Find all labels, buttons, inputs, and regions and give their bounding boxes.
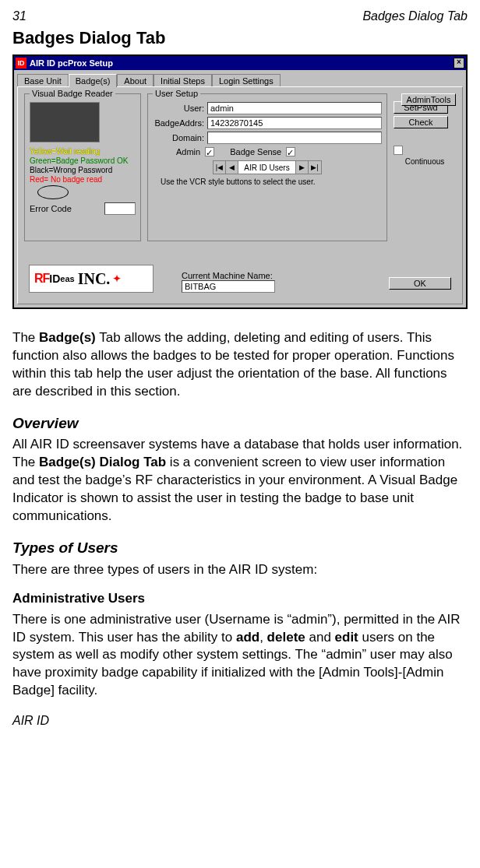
- continuous-label: Continuous: [394, 157, 456, 166]
- logo-id-text: ID: [49, 272, 60, 285]
- user-label: User:: [153, 104, 207, 113]
- tab-base-unit[interactable]: Base Unit: [17, 74, 69, 87]
- admintools-button[interactable]: AdminTools: [401, 93, 456, 106]
- overview-bold: Badge(s) Dialog Tab: [39, 455, 166, 469]
- body-text: The Badge(s) Tab allows the adding, dele…: [12, 329, 468, 700]
- admin-checkbox[interactable]: ✓: [205, 147, 214, 156]
- vcr-first-icon[interactable]: |◀: [214, 161, 226, 174]
- badge-addrs-field[interactable]: 14232870145: [207, 117, 382, 129]
- badge-sense-label: Badge Sense: [230, 147, 281, 156]
- status-yellow: Yellow=Wait reading: [30, 147, 136, 156]
- admin-b3: edit: [335, 630, 358, 645]
- footer: AIR ID: [12, 714, 468, 728]
- types-heading: Types of Users: [12, 538, 468, 558]
- vcr-next-icon[interactable]: ▶: [296, 161, 309, 174]
- admin-b2: delete: [267, 630, 305, 645]
- page-number: 31: [12, 9, 26, 23]
- status-red: Red= No badge read: [30, 175, 136, 184]
- user-field[interactable]: admin: [207, 102, 382, 114]
- visual-badge-reader-group: Visual Badge Reader Yellow=Wait reading …: [24, 93, 141, 241]
- check-button[interactable]: Check: [394, 116, 448, 128]
- admin-mid1: ,: [259, 630, 266, 645]
- window-title: AIR ID pcProx Setup: [30, 58, 454, 68]
- intro-bold: Badge(s): [39, 330, 96, 345]
- vcr-prev-icon[interactable]: ◀: [226, 161, 238, 174]
- ok-button[interactable]: OK: [389, 277, 451, 290]
- user-setup-legend: User Setup: [153, 89, 200, 98]
- badge-addrs-label: BadgeAddrs:: [153, 118, 207, 128]
- close-icon[interactable]: ×: [454, 58, 464, 69]
- intro-pre: The: [12, 330, 39, 345]
- error-code-field[interactable]: [104, 202, 136, 215]
- domain-field[interactable]: [207, 132, 382, 144]
- error-code-label: Error Code: [30, 204, 104, 213]
- app-window: ID AIR ID pcProx Setup × Base Unit Badge…: [12, 54, 468, 309]
- admin-b1: add: [236, 630, 259, 645]
- status-black: Black=Wrong Password: [30, 166, 136, 174]
- machine-name-label: Current Machine Name:: [182, 271, 275, 280]
- app-icon: ID: [16, 58, 26, 69]
- titlebar: ID AIR ID pcProx Setup ×: [14, 56, 466, 70]
- logo-inc-text: INC.: [78, 270, 111, 288]
- admin-mid2: and: [305, 630, 335, 645]
- rfideas-logo: RFIDeas INC. ✦: [29, 265, 154, 293]
- tab-badges[interactable]: Badge(s): [69, 74, 118, 87]
- vcr-navigator: |◀ ◀ AIR ID Users ▶ ▶|: [213, 160, 322, 174]
- domain-label: Domain:: [153, 133, 207, 142]
- vcr-hint: Use the VCR style buttons to select the …: [153, 176, 382, 188]
- tab-about[interactable]: About: [117, 74, 154, 87]
- right-button-column: SetPswd Check Continuous: [394, 93, 456, 241]
- admin-users-heading: Administrative Users: [12, 590, 468, 608]
- vcr-text: AIR ID Users: [238, 161, 296, 174]
- logo-flag-icon: ✦: [113, 273, 121, 284]
- types-paragraph: There are three types of users in the AI…: [12, 561, 468, 579]
- tab-strip: Base Unit Badge(s) About Initial Steps L…: [14, 70, 466, 86]
- continuous-checkbox[interactable]: [394, 146, 403, 155]
- visual-badge-reader-legend: Visual Badge Reader: [30, 89, 115, 98]
- user-setup-group: User Setup User: admin BadgeAddrs: 14232…: [147, 93, 387, 241]
- badge-sense-checkbox[interactable]: ✓: [286, 147, 295, 156]
- machine-name-field[interactable]: BITBAG: [182, 280, 275, 293]
- overview-heading: Overview: [12, 413, 468, 434]
- tab-initial-steps[interactable]: Initial Steps: [154, 74, 212, 87]
- tab-panel: Visual Badge Reader Yellow=Wait reading …: [17, 86, 463, 304]
- status-green: Green=Badge Password OK: [30, 156, 136, 165]
- badge-preview: [30, 102, 100, 142]
- running-title: Badges Dialog Tab: [362, 9, 468, 23]
- tab-login-settings[interactable]: Login Settings: [212, 74, 281, 87]
- vcr-last-icon[interactable]: ▶|: [309, 161, 321, 174]
- page-title: Badges Dialog Tab: [12, 28, 468, 48]
- logo-rf-text: RF: [34, 272, 49, 286]
- admin-label: Admin: [176, 147, 200, 156]
- logo-eas-text: eas: [60, 274, 74, 283]
- status-indicator-icon: [37, 185, 69, 199]
